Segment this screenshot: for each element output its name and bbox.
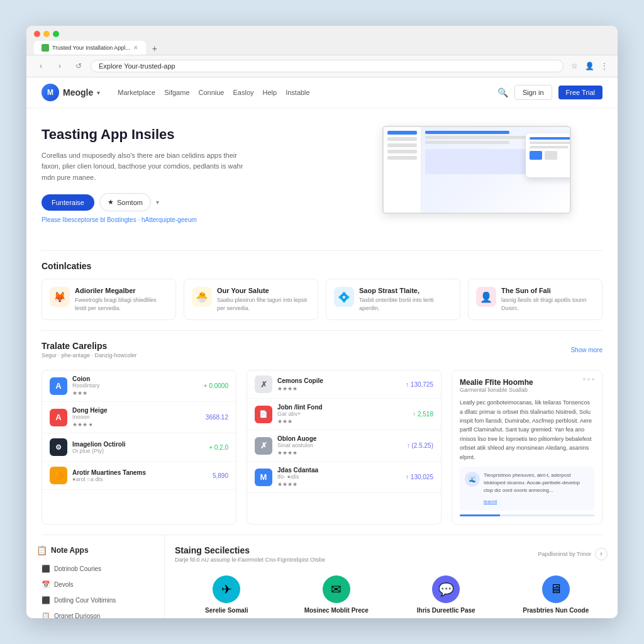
cat-icon-2: 💠: [334, 287, 354, 307]
startup-card-2[interactable]: 💬 Ihris Dureetlic Pase Pusitem Daisrie l…: [394, 569, 498, 618]
maximize-dot[interactable]: [53, 31, 59, 37]
cat-name-1: Our Your Salute: [217, 287, 310, 294]
nav-link-instable[interactable]: Instable: [286, 89, 310, 96]
category-card-1[interactable]: 🐣 Our Your Salute Saabu pleoirun fihe ta…: [184, 279, 318, 320]
settings-icon[interactable]: ⋮: [599, 60, 610, 72]
logo-icon: M: [42, 84, 59, 101]
bookmark-icon[interactable]: ☆: [569, 60, 580, 72]
cat-name-0: Adioriler Megalber: [75, 287, 168, 294]
sidebar-native-icon: 📋: [36, 545, 47, 555]
startup-name-2: Ihris Dureetlic Pase: [398, 607, 494, 614]
browser-nav: ‹ › ↺ Explore Your-trusted-app ☆ 👤 ⋮: [26, 55, 618, 77]
startup-name-0: Serelie Somali: [179, 607, 275, 614]
dropdown-button[interactable]: ▾: [156, 199, 159, 206]
search-icon[interactable]: 🔍: [497, 87, 508, 97]
new-tab-button[interactable]: +: [148, 42, 161, 55]
free-trial-button[interactable]: Free Trial: [558, 86, 602, 99]
right-app-row-1[interactable]: 📄 Jobn /lint Fond Gar abv+ ★★★ ↑ 2,518: [247, 399, 441, 430]
categories-section: Cotinlcaties 🦊 Adioriler Megalber Fweetr…: [26, 251, 618, 330]
quote-link[interactable]: learnil: [484, 499, 497, 504]
app-rating-1: ★★★ ●: [72, 421, 201, 428]
app-row-0[interactable]: A Coion Roodintary ★★★ + 0.0000: [42, 370, 236, 402]
top-nav: M Meogle ▾ Marketplace Sifgame Conniue E…: [26, 77, 618, 108]
startup-next-arrow[interactable]: ›: [595, 548, 608, 560]
hero-sub-text: Please Ibesceptorse bl Bostingtes · hAtt…: [42, 216, 364, 223]
forward-button[interactable]: ›: [53, 59, 67, 73]
startup-icon-0: ✈: [213, 575, 240, 603]
right-app-name-3: Jdas Cdantaa: [277, 467, 401, 474]
signin-button[interactable]: Sign in: [514, 85, 552, 100]
startup-icon-1: ✉: [323, 575, 350, 603]
right-app-row-2[interactable]: ✗ Oblon Auoge Sinat aostulon ★★★★ ↑ (2.5…: [247, 430, 441, 462]
startup-see-all: Papdloninst by Trinor: [538, 551, 591, 557]
minimize-dot[interactable]: [43, 31, 50, 37]
close-dot[interactable]: [34, 31, 40, 37]
app-row-2[interactable]: ⚙ Imagelion Octiroli Oi plue (Pty) + 0.2…: [42, 433, 236, 462]
hero-secondary-button[interactable]: ★ Somtom: [99, 193, 151, 211]
see-more-link[interactable]: Show more: [570, 347, 602, 353]
app-cat-0: Roodintary: [72, 382, 199, 389]
startup-icon-3: 🖥: [542, 575, 570, 603]
sidebar-item-0[interactable]: ⬛ Dotrinob Couries: [36, 562, 154, 576]
right-app-rating-2: ★★★★: [277, 450, 402, 456]
app-price-1: 3668.12: [206, 414, 228, 421]
browser-dots: [34, 31, 610, 37]
browser-tab[interactable]: Trusted Your Installation Appl... ✕: [34, 41, 146, 55]
app-icon-0: A: [50, 377, 67, 395]
right-app-row-3[interactable]: M Jdas Cdantaa Ifo- ●idis ★★★★ ↑ 130,025: [247, 462, 441, 493]
logo-chevron: ▾: [97, 89, 100, 96]
refresh-button[interactable]: ↺: [72, 59, 86, 73]
categories-title: Cotinlcaties: [42, 261, 602, 271]
nav-link-marketplace[interactable]: Marketplace: [118, 89, 155, 96]
quote-progress-bar: [460, 514, 500, 516]
logo-text: Meogle: [63, 87, 93, 97]
right-app-rating-3: ★★★★: [277, 481, 401, 487]
nav-link-easloy[interactable]: Easloy: [233, 89, 254, 96]
cat-desc-3: lasnig llesils slr tlragi apotlis tounn …: [501, 296, 594, 312]
right-app-row-0[interactable]: ✗ Cemons Copile ★★★★ ↑ 130,725: [247, 370, 441, 399]
right-apps-panel: ✗ Cemons Copile ★★★★ ↑ 130,725 📄 Jobn /l…: [247, 370, 441, 525]
category-card-3[interactable]: 👤 The Sun of Fali lasnig llesils slr tlr…: [468, 279, 602, 320]
quote-avatar: 🌊: [465, 472, 480, 487]
category-card-2[interactable]: 💠 Saop Strast Tlaite, Tasbit onteribte b…: [326, 279, 460, 320]
cat-name-2: Saop Strast Tlaite,: [359, 287, 452, 294]
feature-dot-1[interactable]: [583, 378, 586, 380]
cat-icon-1: 🐣: [192, 287, 212, 307]
sidebar-item-2[interactable]: ⬛ Dotling Cour Voltimins: [36, 593, 154, 608]
cat-icon-3: 👤: [476, 287, 496, 307]
startup-card-3[interactable]: 🖥 Prasbtries Nun Coode Fosoolcdinus aclt…: [504, 569, 608, 618]
feature-body: Leatly pec gonboteimocanas, liik teilara…: [460, 398, 594, 462]
tab-close-btn[interactable]: ✕: [133, 45, 138, 51]
tab-favicon: [42, 44, 49, 52]
mockup-screen: [382, 126, 571, 214]
startup-card-0[interactable]: ✈ Serelie Somali Pestier dais hoin goin …: [175, 569, 279, 618]
feature-dot-3[interactable]: [592, 378, 594, 380]
sidebar-item-icon-0: ⬛: [42, 565, 50, 573]
startup-grid: ✈ Serelie Somali Pestier dais hoin goin …: [175, 569, 608, 618]
right-app-price-1: ↑ 2,518: [413, 411, 433, 418]
nav-link-sifgame[interactable]: Sifgame: [164, 89, 189, 96]
app-row-3[interactable]: 🔶 Arotir Muartines Tanems ●arot ○a dts 5…: [42, 462, 236, 490]
app-price-3: 5,890: [213, 472, 228, 479]
hero-section: Teasting App Insiles Corellas und mupose…: [26, 108, 618, 250]
feature-subtitle: Garmental lionable Suallab: [460, 387, 533, 393]
back-button[interactable]: ‹: [34, 59, 48, 73]
startup-card-1[interactable]: ✉ Mosinec Moblit Prece Forum Tuury-ioner…: [285, 569, 389, 618]
nav-link-conniue[interactable]: Conniue: [199, 89, 225, 96]
apps-breadcrumb: Segur · phe-antage · Danzig-howcoler: [42, 352, 137, 358]
app-row-1[interactable]: A Dong Heige Inooon ★★★ ● 3668.12: [42, 402, 236, 433]
hero-actions: Funteraise ★ Somtom ▾: [42, 193, 364, 211]
sidebar-item-1[interactable]: 📅 Devols: [36, 577, 154, 592]
app-cat-3: ●arot ○a dts: [72, 476, 208, 482]
hero-primary-button[interactable]: Funteraise: [42, 194, 94, 211]
startup-subtitle: Darje fd-0 AU assump le-Faormolet Cno-Fi…: [175, 557, 325, 563]
app-icon-1: A: [50, 409, 67, 426]
feature-dot-2[interactable]: [587, 378, 590, 380]
right-app-cat-3: Ifo- ●idis: [277, 474, 401, 480]
sidebar-item-3[interactable]: 📋 Orgnet Durioson: [36, 609, 154, 618]
category-card-0[interactable]: 🦊 Adioriler Megalber Fweetrogls bragi bl…: [42, 279, 176, 320]
logo-area[interactable]: M Meogle ▾: [42, 84, 100, 101]
account-icon[interactable]: 👤: [584, 60, 595, 72]
address-bar[interactable]: Explore Your-trusted-app: [91, 60, 564, 72]
nav-link-help[interactable]: Help: [263, 89, 277, 96]
